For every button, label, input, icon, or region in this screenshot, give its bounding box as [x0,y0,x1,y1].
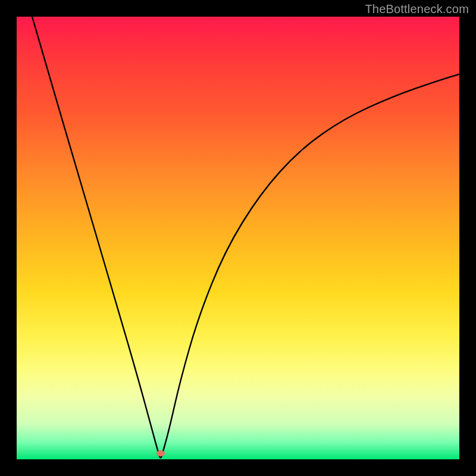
watermark-text: TheBottleneck.com [365,2,469,16]
bottleneck-curve [17,17,459,459]
chart-frame: TheBottleneck.com [0,0,476,476]
plot-area [17,17,459,459]
optimal-marker-dot [156,450,165,456]
curve-path [32,17,459,458]
